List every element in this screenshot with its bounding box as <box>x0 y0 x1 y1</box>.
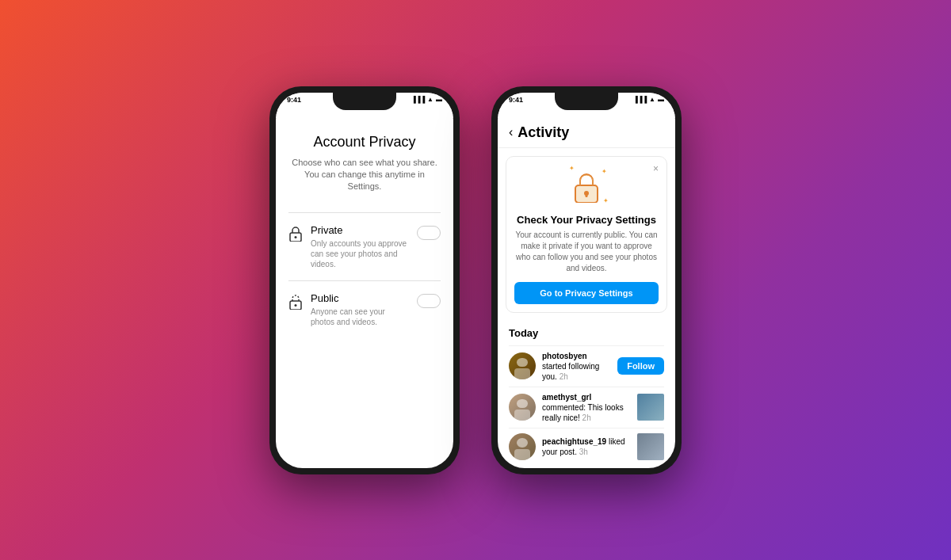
privacy-screen: Account Privacy Choose who can see what … <box>276 118 453 468</box>
activity-text-1: photosbyen started following you. 2h <box>542 351 611 382</box>
status-bar-right: 9:41 ▐▐▐ ▲ ▬ <box>498 93 675 104</box>
battery-icon: ▬ <box>436 96 442 103</box>
username-2: amethyst_grl <box>542 393 591 402</box>
private-option-title: Private <box>311 224 409 236</box>
time-right: 9:41 <box>509 96 523 104</box>
public-option-text: Public Anyone can see your photos and vi… <box>311 292 409 327</box>
today-label: Today <box>509 327 664 339</box>
activity-title: Activity <box>518 124 569 141</box>
status-icons-right: ▐▐▐ ▲ ▬ <box>633 96 664 103</box>
time-1: 2h <box>560 372 568 381</box>
right-phone: 9:41 ▐▐▐ ▲ ▬ ‹ Activity × ✦ ✦ <box>491 86 682 474</box>
username-3: peachightuse_19 <box>542 437 606 446</box>
go-to-privacy-settings-button[interactable]: Go to Privacy Settings <box>514 282 659 304</box>
thumbnail-3 <box>637 433 664 460</box>
lock-svg-icon <box>572 171 601 203</box>
activity-text-3: peachightuse_19 liked your post. 3h <box>542 436 631 457</box>
time-3: 3h <box>579 448 588 456</box>
sparkle-3: ✦ <box>603 197 609 204</box>
privacy-card-desc: Your account is currently public. You ca… <box>514 230 659 274</box>
private-option-text: Private Only accounts you approve can se… <box>311 224 409 269</box>
left-phone: 9:41 ▐▐▐ ▲ ▬ Account Privacy Choose who … <box>269 86 460 474</box>
back-button[interactable]: ‹ <box>509 125 513 139</box>
public-option: Public Anyone can see your photos and vi… <box>288 280 441 338</box>
activity-item-1: photosbyen started following you. 2h Fol… <box>509 345 664 387</box>
lock-icon-public <box>288 294 303 314</box>
privacy-screen-subtitle: Choose who can see what you share. You c… <box>288 157 441 193</box>
privacy-card: × ✦ ✦ ✦ Check Your Privacy Se <box>506 156 667 313</box>
status-icons-left: ▐▐▐ ▲ ▬ <box>411 96 442 103</box>
activity-item-3: peachightuse_19 liked your post. 3h <box>509 428 664 465</box>
username-1: photosbyen <box>542 352 587 360</box>
thumbnail-2 <box>637 394 664 421</box>
private-toggle[interactable] <box>417 226 441 240</box>
lock-icon-private <box>288 226 303 246</box>
public-option-desc: Anyone can see your photos and videos. <box>311 307 409 327</box>
privacy-card-title: Check Your Privacy Settings <box>514 214 659 226</box>
svg-point-3 <box>295 304 297 307</box>
battery-icon-right: ▬ <box>658 96 664 103</box>
svg-point-1 <box>295 236 297 238</box>
private-option-desc: Only accounts you approve can see your p… <box>311 238 409 269</box>
signal-icon-right: ▐▐▐ <box>633 96 647 103</box>
activity-item-2: amethyst_grl commented: This looks reall… <box>509 387 664 428</box>
action-1: started following you. <box>542 362 599 381</box>
avatar-3 <box>509 433 536 460</box>
privacy-screen-title: Account Privacy <box>313 134 415 150</box>
svg-rect-6 <box>586 193 588 197</box>
status-bar-left: 9:41 ▐▐▐ ▲ ▬ <box>276 93 453 104</box>
close-card-button[interactable]: × <box>653 163 659 174</box>
public-toggle[interactable] <box>417 294 441 308</box>
avatar-2 <box>509 394 536 421</box>
follow-button-1[interactable]: Follow <box>617 357 664 375</box>
sparkle-1: ✦ <box>569 165 575 172</box>
today-section: Today photosbyen started following you. <box>498 321 675 468</box>
activity-screen: ‹ Activity × ✦ ✦ ✦ <box>498 118 675 468</box>
avatar-1 <box>509 352 536 379</box>
sparkle-2: ✦ <box>602 168 607 175</box>
public-option-title: Public <box>311 292 409 304</box>
time-left: 9:41 <box>287 96 301 104</box>
lock-icon-container: ✦ ✦ ✦ <box>564 165 609 209</box>
activity-header: ‹ Activity <box>498 118 675 148</box>
wifi-icon: ▲ <box>427 96 433 103</box>
activity-text-2: amethyst_grl commented: This looks reall… <box>542 392 631 423</box>
time-2: 2h <box>582 413 591 422</box>
signal-icon: ▐▐▐ <box>411 96 425 103</box>
private-option: Private Only accounts you approve can se… <box>288 212 441 280</box>
wifi-icon-right: ▲ <box>649 96 655 103</box>
